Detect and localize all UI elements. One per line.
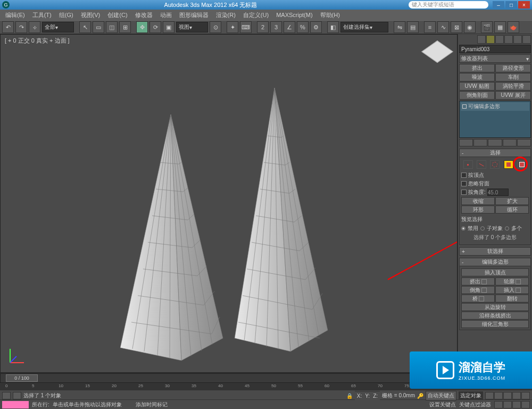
pin-stack-icon[interactable] bbox=[459, 139, 473, 146]
hinge-button[interactable]: 从边旋转 bbox=[461, 303, 529, 311]
menu-help[interactable]: 帮助(H) bbox=[317, 10, 343, 20]
select-name-button[interactable]: ▭ bbox=[93, 21, 104, 33]
help-search-input[interactable]: 键入关键字或短语 bbox=[409, 1, 488, 9]
loop-button[interactable]: 循环 bbox=[495, 206, 529, 214]
mod-lathe[interactable]: 车削 bbox=[495, 73, 531, 81]
nav-pan-icon[interactable] bbox=[494, 401, 503, 408]
rollout-selection[interactable]: 选择 bbox=[459, 149, 531, 157]
layer-button[interactable]: ≡ bbox=[424, 21, 436, 33]
material-button[interactable]: ◉ bbox=[464, 21, 476, 33]
stack-item-editable-poly[interactable]: 可编辑多边形 bbox=[461, 102, 529, 111]
vertex-mode-icon[interactable] bbox=[463, 160, 473, 169]
menu-views[interactable]: 视图(V) bbox=[78, 10, 104, 20]
render-setup-button[interactable]: 🎬 bbox=[481, 21, 493, 33]
window-crossing-button[interactable]: ⊞ bbox=[119, 21, 131, 33]
prev-frame-icon[interactable] bbox=[494, 392, 503, 399]
link-button[interactable]: ⟡ bbox=[29, 21, 40, 33]
undo-button[interactable]: ↶ bbox=[2, 21, 14, 33]
selected-set[interactable]: 选定对象 bbox=[459, 391, 483, 400]
snap-3d-button[interactable]: 3 bbox=[270, 21, 282, 33]
render-frame-button[interactable]: ▦ bbox=[494, 21, 506, 33]
flip-button[interactable]: 翻转 bbox=[495, 295, 529, 302]
extrude-spline-button[interactable]: 沿样条线挤出 bbox=[461, 312, 529, 320]
bridge-button[interactable]: 桥 bbox=[461, 295, 495, 302]
menu-modifiers[interactable]: 修改器 bbox=[132, 10, 156, 20]
menu-customize[interactable]: 自定义(U) bbox=[240, 10, 272, 20]
modifier-list-dropdown[interactable]: 修改器列表▾ bbox=[459, 54, 531, 63]
scale-button[interactable]: ▣ bbox=[163, 21, 174, 33]
minimize-button[interactable]: – bbox=[493, 1, 504, 9]
by-angle-checkbox[interactable] bbox=[461, 190, 467, 195]
mod-unwrap[interactable]: UVW 展开 bbox=[495, 91, 531, 100]
polygon-mode-icon[interactable] bbox=[504, 160, 513, 169]
shrink-button[interactable]: 收缩 bbox=[461, 197, 495, 205]
mod-pathdeform[interactable]: 路径变形 bbox=[495, 64, 531, 72]
preview-subobj-radio[interactable] bbox=[480, 226, 485, 231]
goto-end-icon[interactable] bbox=[521, 392, 530, 399]
modifier-stack[interactable]: 可编辑多边形 bbox=[459, 101, 531, 138]
ignore-backfacing-checkbox[interactable] bbox=[461, 181, 467, 186]
menu-create[interactable]: 创建(C) bbox=[104, 10, 130, 20]
key-filters-button[interactable]: 关键点过滤器 bbox=[459, 401, 491, 408]
grow-button[interactable]: 扩大 bbox=[495, 197, 529, 205]
angle-snap-button[interactable]: ∠ bbox=[284, 21, 295, 33]
play-icon[interactable] bbox=[503, 392, 512, 399]
z-coord[interactable]: Z: bbox=[373, 393, 378, 399]
mod-turbosmooth[interactable]: 涡轮平滑 bbox=[495, 82, 531, 91]
next-frame-icon[interactable] bbox=[512, 392, 521, 399]
nav-max-icon[interactable] bbox=[521, 401, 530, 408]
inset-button[interactable]: 插入 bbox=[495, 286, 529, 294]
named-sel-dropdown[interactable]: 创建选择集 ▾ bbox=[340, 22, 388, 32]
select-button[interactable]: ↖ bbox=[79, 21, 91, 33]
move-button[interactable]: ✥ bbox=[136, 21, 148, 33]
outline-button[interactable]: 轮廓 bbox=[495, 277, 529, 285]
preview-off-radio[interactable] bbox=[461, 226, 466, 231]
manip-button[interactable]: ✦ bbox=[227, 21, 238, 33]
hierarchy-tab-icon[interactable] bbox=[495, 35, 504, 44]
by-vertex-checkbox[interactable] bbox=[461, 173, 467, 178]
make-unique-icon[interactable] bbox=[488, 139, 502, 146]
menu-tools[interactable]: 工具(T) bbox=[29, 10, 55, 20]
select-region-button[interactable]: ◫ bbox=[106, 21, 118, 33]
spinner-snap-button[interactable]: ⚙ bbox=[310, 21, 322, 33]
angle-input[interactable] bbox=[487, 189, 509, 196]
object-name-input[interactable] bbox=[459, 45, 531, 53]
ring-button[interactable]: 环形 bbox=[461, 206, 495, 214]
align-button[interactable]: ▤ bbox=[407, 21, 419, 33]
motion-tab-icon[interactable] bbox=[504, 35, 513, 44]
mirror-button[interactable]: ⇋ bbox=[394, 21, 405, 33]
element-mode-icon[interactable] bbox=[517, 160, 527, 169]
redo-button[interactable]: ↷ bbox=[15, 21, 27, 33]
ref-coord-dropdown[interactable]: 视图 ▾ bbox=[176, 22, 208, 32]
remove-modifier-icon[interactable] bbox=[503, 139, 517, 146]
menu-group[interactable]: 组(G) bbox=[56, 10, 77, 20]
mini-curve-icon2[interactable] bbox=[13, 392, 21, 399]
nav-zoom-icon[interactable] bbox=[503, 401, 512, 408]
menu-graph[interactable]: 图形编辑器 bbox=[176, 10, 212, 20]
nav-orbit-icon[interactable] bbox=[512, 401, 521, 408]
schematic-button[interactable]: ⊠ bbox=[451, 21, 462, 33]
bevel-button[interactable]: 倒角 bbox=[461, 286, 495, 294]
rollout-edit-poly[interactable]: 编辑多边形 bbox=[459, 258, 531, 266]
percent-snap-button[interactable]: % bbox=[297, 21, 309, 33]
mod-noise[interactable]: 噪波 bbox=[459, 73, 495, 81]
border-mode-icon[interactable] bbox=[490, 160, 500, 169]
snap-2d-button[interactable]: 2 bbox=[257, 21, 269, 33]
rotate-button[interactable]: ⟳ bbox=[149, 21, 161, 33]
display-tab-icon[interactable] bbox=[513, 35, 522, 44]
mini-curve-icon[interactable] bbox=[2, 392, 11, 399]
edge-mode-icon[interactable] bbox=[477, 160, 486, 169]
edit-tri-button[interactable]: 细化三角形 bbox=[461, 320, 529, 328]
menu-edit[interactable]: 编辑(E) bbox=[2, 10, 28, 20]
render-button[interactable]: 🫖 bbox=[508, 21, 519, 33]
configure-sets-icon[interactable] bbox=[517, 139, 531, 146]
menu-render[interactable]: 渲染(R) bbox=[213, 10, 239, 20]
insert-vertex-button[interactable]: 插入顶点 bbox=[461, 268, 529, 276]
menu-maxscript[interactable]: MAXScript(M) bbox=[273, 11, 315, 19]
mod-bevelprofile[interactable]: 倒角剖面 bbox=[459, 91, 495, 100]
maximize-button[interactable]: □ bbox=[505, 1, 517, 9]
add-time-tag[interactable]: 添加时间标记 bbox=[136, 401, 168, 408]
viewport[interactable]: [ + 0 正交 0 真实 + 边面 ] bbox=[0, 34, 458, 373]
utilities-tab-icon[interactable] bbox=[522, 35, 531, 44]
time-slider-thumb[interactable]: 0 / 100 bbox=[6, 374, 38, 382]
